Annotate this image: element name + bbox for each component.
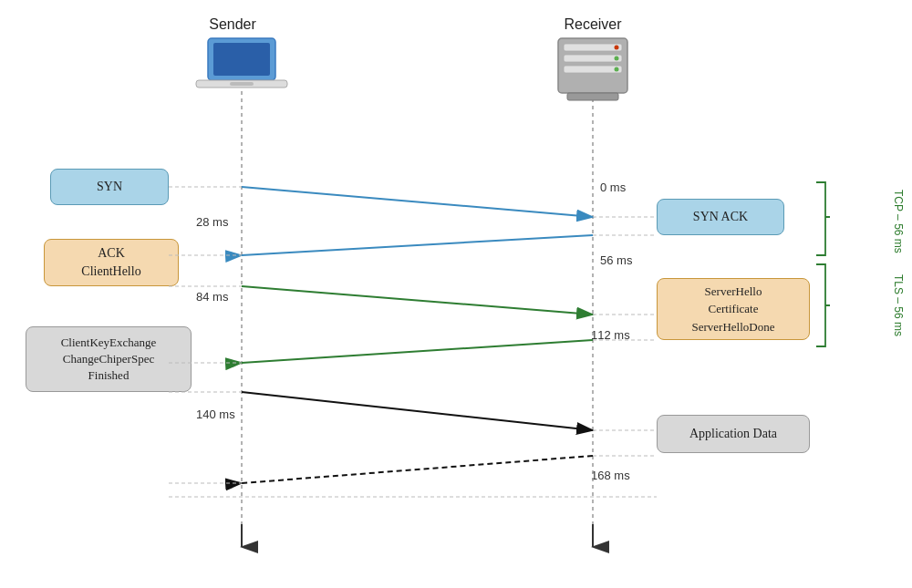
svg-line-24 [242,187,593,217]
svg-rect-15 [230,82,254,86]
svg-line-30 [242,286,593,315]
svg-rect-19 [564,66,622,73]
svg-rect-17 [564,44,622,51]
svg-point-22 [615,67,619,72]
main-svg [0,0,912,588]
svg-point-21 [615,57,619,61]
svg-line-36 [242,392,593,430]
svg-point-20 [615,46,619,50]
svg-rect-13 [213,43,270,76]
svg-line-27 [242,235,593,255]
diagram: Sender Receiver SYN SYN ACK ACKClientHel… [0,0,912,588]
svg-rect-18 [564,55,622,62]
svg-line-39 [242,456,593,483]
svg-rect-23 [567,93,618,100]
svg-line-33 [242,340,593,363]
